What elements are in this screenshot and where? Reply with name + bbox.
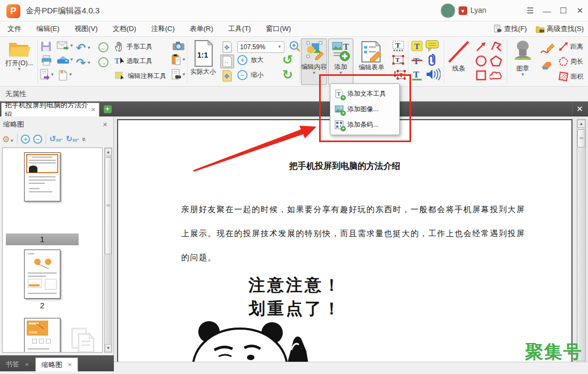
zoom-out-button[interactable]: −缩小 (237, 70, 264, 80)
document-scrollbar-thumb[interactable] (577, 129, 585, 147)
scroll-down-icon[interactable]: ▼ (105, 344, 112, 352)
document-tab[interactable]: 把手机投屏到电脑的方法介绍 ✕ (1, 103, 99, 116)
print-button[interactable] (41, 55, 52, 66)
advanced-find-button[interactable]: 高级查找(S) (531, 21, 588, 37)
line-tool-button[interactable]: 线条 (446, 39, 471, 84)
sound-annotation-button[interactable] (425, 68, 440, 81)
back-button[interactable]: ← (98, 42, 109, 52)
new-tab-button[interactable]: + (102, 104, 113, 114)
bookmarks-tab-close-icon[interactable]: ✕ (25, 362, 29, 368)
rotate-left-button[interactable]: ↺ (282, 54, 293, 66)
panel-scrollbar[interactable]: ▲ ▼ (104, 147, 112, 353)
thumbnail-page-2[interactable] (24, 250, 60, 299)
thumbnail-page-1[interactable] (24, 152, 60, 201)
thumbnails-tab-close-icon[interactable]: ✕ (67, 362, 72, 368)
tab-thumbnails[interactable]: 缩略图 ✕ (35, 357, 78, 371)
text-field-grid-button[interactable]: T (392, 40, 405, 53)
measure-perimeter-button[interactable]: 周长 (558, 56, 583, 67)
cloud-shape-button[interactable] (490, 69, 502, 82)
pentagon-shape-button[interactable] (490, 54, 502, 67)
measure-area-button[interactable]: 面积 (558, 71, 583, 82)
edit-annotation-tool-button[interactable]: 编辑注释工具 (114, 71, 166, 81)
options-gear-icon[interactable]: ⚙▼ (2, 134, 14, 144)
highlight-text-button[interactable]: T (411, 40, 423, 53)
fit-page-button[interactable]: ✥ (220, 40, 234, 54)
rotate-right-90-button[interactable]: ↻90° (66, 134, 79, 144)
snapshot-button[interactable] (172, 41, 185, 51)
text-field-arrow-button[interactable]: T (392, 69, 406, 82)
fit-visible-button[interactable]: ✥ (220, 69, 234, 83)
hand-tool-button[interactable]: 手形工具 (114, 41, 152, 52)
eraser-icon (540, 60, 554, 71)
zoom-in-button[interactable]: +放大 (237, 55, 264, 65)
menu-form[interactable]: 表单(R) (182, 21, 221, 37)
measure-distance-button[interactable]: 距离 (558, 41, 583, 52)
menu-view[interactable]: 视图(V) (67, 21, 105, 37)
menu-window[interactable]: 窗口(W) (258, 21, 298, 37)
new-document-button[interactable]: ✱▼ (58, 69, 73, 81)
avatar[interactable] (440, 3, 455, 18)
menu-item-add-text-tool[interactable]: T + 添加文本工具 (330, 86, 399, 102)
pdf-page[interactable]: 把手机投屏到电脑的方法介绍 亲朋好友聚在一起的时候，如果要分享有趣好玩的东西时，… (117, 119, 572, 369)
save-button[interactable] (41, 41, 51, 52)
actual-size-button[interactable]: 1:1 实际大小 (188, 39, 218, 84)
polyline-shape-button[interactable] (490, 40, 502, 53)
panel-scrollbar-thumb[interactable] (105, 157, 112, 254)
menu-tools[interactable]: 工具(T) (221, 21, 259, 37)
strikethrough-text-button[interactable]: T (411, 54, 423, 67)
menu-item-add-image[interactable]: + 添加图像... (330, 102, 399, 117)
svg-text:T: T (413, 69, 420, 80)
tab-close-icon[interactable]: ✕ (91, 106, 96, 113)
close-button[interactable]: ✕ (571, 0, 588, 21)
menu-document[interactable]: 文档(D) (105, 21, 144, 37)
document-scrollbar[interactable]: ▲ ▼ (577, 119, 586, 369)
more-chevron-icon[interactable]: » (80, 137, 88, 141)
stamp-button[interactable]: 图章 ▼ (509, 39, 537, 84)
paste-button[interactable]: ▼ (171, 54, 186, 66)
menu-file[interactable]: 文件 (0, 21, 29, 37)
edit-content-button[interactable]: 编辑内容 ▼ (301, 38, 327, 85)
add-button[interactable]: T 添加 ▼ (328, 38, 353, 85)
menu-annotate[interactable]: 注释(C) (144, 21, 182, 37)
attach-link-button[interactable] (428, 53, 436, 66)
export-button[interactable]: ▼ (40, 69, 55, 81)
send-mail-button[interactable]: ▼ (57, 41, 74, 51)
rotate-right-button[interactable]: ↻ (282, 69, 293, 81)
forward-button[interactable]: → (98, 57, 109, 67)
thumbnail-page-3[interactable] (24, 318, 60, 353)
close-document-button[interactable]: ✕ (572, 103, 587, 115)
undo-button[interactable]: ↶▼ (76, 41, 91, 55)
underline-text-button[interactable]: T (411, 69, 423, 82)
minimize-button[interactable]: — (538, 0, 556, 21)
thumb-zoom-out-button[interactable]: − (33, 135, 42, 144)
distance-icon (558, 41, 569, 52)
panel-close-icon[interactable]: ✕ (103, 121, 107, 128)
eraser-button[interactable] (540, 60, 554, 71)
note-comment-button[interactable] (425, 40, 439, 52)
fit-page-icon: ✥ (222, 41, 233, 53)
hamburger-menu-icon[interactable]: ☰ (521, 0, 539, 21)
menu-edit[interactable]: 编辑(E) (29, 21, 67, 37)
edit-form-button[interactable]: 编辑表单 (354, 38, 389, 85)
circle-shape-button[interactable] (475, 54, 488, 67)
redo-button[interactable]: ↷▼ (76, 56, 91, 70)
scroll-up-icon[interactable]: ▲ (105, 148, 112, 156)
doc-scroll-up-icon[interactable]: ▲ (577, 120, 585, 128)
text-field-button[interactable]: T_ (392, 54, 405, 66)
zoom-level-combobox[interactable]: 107.59%▼ (237, 41, 284, 53)
thumb-zoom-in-button[interactable]: + (21, 135, 30, 144)
open-button[interactable]: 打开(O)... ▼ (3, 39, 35, 84)
pencil-draw-button[interactable] (540, 42, 555, 55)
user-name[interactable]: Lyan (470, 6, 486, 14)
search-document-button[interactable]: ▼ (171, 69, 186, 81)
find-button[interactable]: 查找(F) (489, 21, 531, 37)
tab-bookmarks[interactable]: 书签 ✕ (0, 357, 34, 371)
rotate-left-90-button[interactable]: ↺90° (49, 134, 63, 144)
scan-button[interactable]: ▼ (57, 55, 74, 65)
rectangle-shape-button[interactable] (475, 69, 488, 82)
arrow-shape-button[interactable] (475, 40, 488, 53)
select-tool-button[interactable]: T 选取工具 (114, 56, 152, 66)
maximize-button[interactable]: ☐ (554, 0, 572, 21)
fit-width-button[interactable]: ↔ (220, 54, 234, 68)
menu-item-add-barcode[interactable]: + 添加条码... (330, 117, 399, 133)
